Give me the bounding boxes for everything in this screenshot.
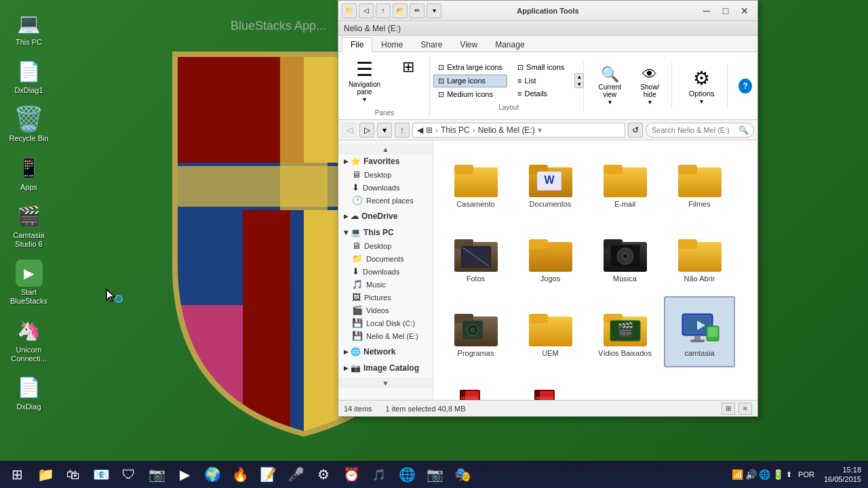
file-item-email[interactable]: E-mail xyxy=(589,147,660,218)
list-btn[interactable]: ≡ List xyxy=(513,75,569,87)
back-arrow-quick[interactable]: ◁ xyxy=(359,3,374,18)
desktop-icon-camtasia[interactable]: 🎬 Camtasia Studio 6 xyxy=(3,200,54,251)
file-item-archive1[interactable] xyxy=(440,371,511,400)
sidebar-scroll-down[interactable]: ▼ xyxy=(338,378,433,388)
sidebar-item-music-pc[interactable]: 🎵 Music xyxy=(338,278,433,291)
desktop-icon-bluestacks[interactable]: ▶ Start BlueStacks xyxy=(3,257,54,308)
start-button[interactable]: ⊞ xyxy=(3,462,31,487)
taskbar-app10[interactable]: 🎤 xyxy=(283,462,309,487)
current-view-btn[interactable]: 🔍 Currentview ▾ xyxy=(591,62,629,109)
clock[interactable]: 15:18 16/05/2015 xyxy=(821,465,865,485)
tab-view[interactable]: View xyxy=(451,37,486,52)
sidebar-item-desktop-fav[interactable]: 🖥 Desktop xyxy=(338,168,433,181)
rename-quick[interactable]: ✏ xyxy=(410,3,425,18)
sidebar-item-desktop-pc[interactable]: 🖥 Desktop xyxy=(338,239,433,252)
file-item-jogos[interactable]: Jogos xyxy=(515,222,586,293)
sidebar-item-pictures-pc[interactable]: 🖼 Pictures xyxy=(338,291,433,304)
tab-file[interactable]: File xyxy=(342,37,372,52)
sidebar-scroll-up[interactable]: ▲ xyxy=(338,144,433,155)
sidebar-header-favorites[interactable]: ▸ ⭐ Favorites xyxy=(338,155,433,168)
file-item-nao-abrir[interactable]: Não Abrir xyxy=(664,222,735,293)
address-path[interactable]: ◀ ⊞ › This PC › Nelio & Mel (E:) ▾ xyxy=(412,123,625,138)
extra-large-icons-btn[interactable]: ⊡ Extra large icons xyxy=(433,61,507,74)
tab-share[interactable]: Share xyxy=(412,37,451,52)
file-item-archive2[interactable] xyxy=(515,371,586,400)
sidebar-item-recent-fav[interactable]: 🕐 Recent places xyxy=(338,194,433,207)
sidebar-item-downloads-fav[interactable]: ⬇ Downloads xyxy=(338,181,433,194)
back-button[interactable]: ◁ xyxy=(342,123,357,138)
help-button[interactable]: ? xyxy=(738,79,752,94)
options-btn[interactable]: ⚙ Options ▾ xyxy=(683,64,721,108)
taskbar-app15[interactable]: 📷 xyxy=(422,462,448,487)
view-toggle-list[interactable]: ≡ xyxy=(738,403,752,415)
path-nelio-mel[interactable]: Nelio & Mel (E:) xyxy=(478,125,535,135)
tray-battery[interactable]: 🔋 xyxy=(772,469,784,480)
sidebar-header-network[interactable]: ▸ 🌐 Network xyxy=(338,345,433,359)
desktop-icon-unicorn[interactable]: 🦄 Unicorn Connecti... xyxy=(3,314,54,366)
taskbar-file-explorer[interactable]: 📁 xyxy=(33,462,58,487)
file-item-uem[interactable]: UEM xyxy=(515,296,586,367)
sidebar-item-local-disk-c[interactable]: 💾 Local Disk (C:) xyxy=(338,317,433,329)
file-item-documentos[interactable]: W Documentos xyxy=(515,147,586,218)
tray-network[interactable]: 🌐 xyxy=(759,469,770,480)
preview-pane-btn[interactable]: ⊞ xyxy=(389,55,427,106)
path-this-pc[interactable]: This PC xyxy=(441,125,470,135)
file-item-musica[interactable]: Música xyxy=(589,222,660,293)
file-item-casamento[interactable]: Casamento xyxy=(440,147,511,218)
taskbar-app3[interactable]: 📧 xyxy=(88,462,114,487)
sidebar-header-this-pc[interactable]: ▾ 💻 This PC xyxy=(338,226,433,239)
view-toggle-icons[interactable]: ⊞ xyxy=(722,403,735,415)
desktop-icon-apps[interactable]: 📱 Apps xyxy=(3,152,54,195)
taskbar-app11[interactable]: ⚙ xyxy=(311,462,336,487)
desktop-icon-this-pc[interactable]: 💻 This PC xyxy=(3,7,54,49)
dropdown-quick[interactable]: ▾ xyxy=(427,3,441,18)
desktop-icon-recycle-bin[interactable]: 🗑️ Recycle Bin xyxy=(3,103,54,146)
large-icons-btn[interactable]: ⊡ Large icons xyxy=(433,75,507,87)
tab-manage[interactable]: Manage xyxy=(486,37,533,52)
language-button[interactable]: POR xyxy=(795,469,817,480)
refresh-button[interactable]: ↺ xyxy=(628,123,643,138)
taskbar-app4[interactable]: 🛡 xyxy=(116,462,142,487)
up-button[interactable]: ↑ xyxy=(395,123,410,138)
taskbar-app7[interactable]: 🌍 xyxy=(199,462,225,487)
sidebar-header-onedrive[interactable]: ▸ ☁ OneDrive xyxy=(338,209,433,223)
recent-locations-btn[interactable]: ▾ xyxy=(377,123,392,138)
pin-quick[interactable]: ↑ xyxy=(376,3,391,18)
window-icon-btn[interactable]: 📁 xyxy=(342,3,357,18)
layout-scroll-btn[interactable]: ▲ ▼ xyxy=(574,73,584,88)
navigation-pane-btn[interactable]: ☰ Navigationpane ▾ xyxy=(342,55,387,106)
close-button[interactable]: ✕ xyxy=(735,4,754,18)
new-folder-quick[interactable]: 📂 xyxy=(393,3,408,18)
taskbar-app16[interactable]: 🎭 xyxy=(450,462,475,487)
taskbar-app13[interactable]: 🎵 xyxy=(366,462,392,487)
file-item-programas[interactable]: Programas xyxy=(440,296,511,367)
sidebar-item-downloads-pc[interactable]: ⬇ Downloads xyxy=(338,265,433,278)
forward-button[interactable]: ▷ xyxy=(359,123,374,138)
taskbar-app6[interactable]: ▶ xyxy=(172,462,197,487)
show-hide-btn[interactable]: 👁 Show/hide ▾ xyxy=(631,62,669,109)
medium-icons-btn[interactable]: ⊡ Medium icons xyxy=(433,88,507,101)
desktop-icon-dxdiag1[interactable]: 📄 DxDiag1 xyxy=(3,55,54,98)
tray-bluetooth[interactable]: 📶 xyxy=(732,469,743,480)
minimize-button[interactable]: ─ xyxy=(697,4,716,18)
file-item-vidios-baixados[interactable]: 🎬 Vídios Baixados xyxy=(589,296,660,367)
file-item-filmes[interactable]: Filmes xyxy=(664,147,735,218)
tab-home[interactable]: Home xyxy=(372,37,412,52)
taskbar-app12[interactable]: ⏰ xyxy=(338,462,364,487)
search-input[interactable] xyxy=(646,123,754,138)
taskbar-app9[interactable]: 📝 xyxy=(255,462,281,487)
file-item-camtasia[interactable]: camtasia xyxy=(664,296,735,367)
sidebar-item-videos-pc[interactable]: 🎬 Videos xyxy=(338,304,433,317)
tray-volume[interactable]: 🔊 xyxy=(745,469,757,480)
maximize-button[interactable]: □ xyxy=(716,4,735,18)
small-icons-btn[interactable]: ⊡ Small icons xyxy=(513,61,569,74)
taskbar-store[interactable]: 🛍 xyxy=(60,462,86,487)
sidebar-item-documents-pc[interactable]: 📁 Documents xyxy=(338,252,433,265)
taskbar-app5[interactable]: 📷 xyxy=(144,462,170,487)
taskbar-app14[interactable]: 🌐 xyxy=(394,462,420,487)
taskbar-app8[interactable]: 🔥 xyxy=(227,462,253,487)
sidebar-header-image-catalog[interactable]: ▸ 📷 Image Catalog xyxy=(338,361,433,375)
details-btn[interactable]: ≡ Details xyxy=(513,87,569,100)
file-item-fotos[interactable]: Fotos xyxy=(440,222,511,293)
sidebar-item-nelio-mel-e[interactable]: 💾 Nelio & Mel (E:) xyxy=(338,329,433,342)
